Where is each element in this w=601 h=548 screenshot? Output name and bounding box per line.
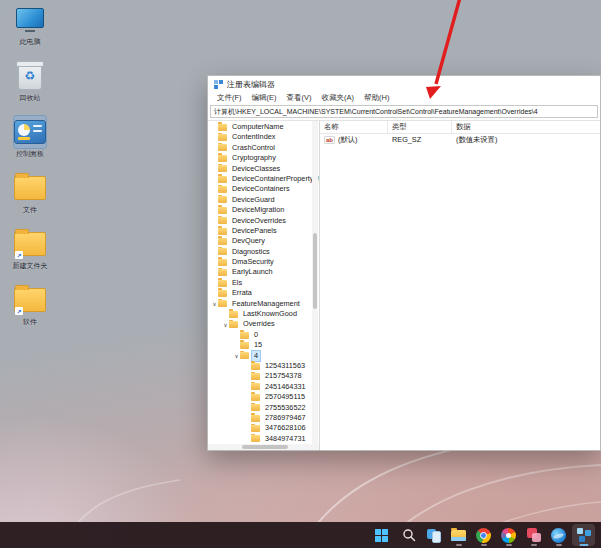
tree-item-DeviceMigration[interactable]: DeviceMigration [208, 205, 319, 215]
menu-favorites[interactable]: 收藏夹(A) [317, 92, 360, 104]
tree-item-Overrides[interactable]: ∨Overrides [208, 319, 319, 329]
chevron-down-icon[interactable]: ∨ [222, 320, 229, 330]
tree-item-DevicePanels[interactable]: DevicePanels [208, 226, 319, 236]
tree-item-DeviceContainerPropertyUpda[interactable]: DeviceContainerPropertyUpda [208, 174, 319, 184]
running-indicator [556, 544, 562, 546]
tree-item-label: 2786979467 [263, 413, 308, 423]
tree-item-ComputerName[interactable]: ComputerName [208, 122, 319, 132]
desktop-icon-this-pc[interactable]: 此电脑 [4, 4, 56, 46]
tree-item-Errata[interactable]: Errata [208, 288, 319, 298]
chevron-down-icon[interactable]: ∨ [211, 299, 218, 309]
tree-item-1254311563[interactable]: 1254311563 [208, 361, 319, 371]
tree-item-label: DeviceContainers [230, 184, 292, 194]
folder-icon [218, 248, 227, 255]
menu-view[interactable]: 查看(V) [282, 92, 317, 104]
desktop-icon-folder-2[interactable]: ↗ 新建文件夹 [4, 228, 56, 270]
desktop-icon-column: 此电脑 ♻ 回收站 控制面板 文件 ↗ 新建文件夹 ↗ 软件 [4, 4, 56, 340]
tree-item-4[interactable]: ∨4 [208, 351, 319, 361]
recycle-bin-icon: ♻ [14, 60, 46, 92]
tree-item-0[interactable]: 0 [208, 330, 319, 340]
tree-item-LastKnownGood[interactable]: LastKnownGood [208, 309, 319, 319]
column-header-name[interactable]: 名称 [320, 121, 388, 133]
browser-globe-button[interactable] [547, 524, 570, 546]
tree-item-label: ContentIndex [230, 132, 277, 142]
tree-item-DeviceOverrides[interactable]: DeviceOverrides [208, 216, 319, 226]
tree-item-FeatureManagement[interactable]: ∨FeatureManagement [208, 299, 319, 309]
tree-item-215754378[interactable]: 215754378 [208, 371, 319, 381]
tree-item-label: 0 [252, 330, 260, 340]
menu-file[interactable]: 文件(F) [212, 92, 247, 104]
tree-item-label: Errata [230, 288, 254, 298]
tree-horizontal-scrollbar[interactable] [208, 444, 319, 450]
desktop-icon-control-panel[interactable]: 控制面板 [4, 116, 56, 158]
tree-item-label: 15 [252, 340, 264, 350]
tree-item-label: CrashControl [230, 143, 277, 153]
value-list-header: 名称 类型 数据 [320, 121, 600, 134]
folder-icon [251, 394, 260, 401]
tree-item-DmaSecurity[interactable]: DmaSecurity [208, 257, 319, 267]
tree-item-ContentIndex[interactable]: ContentIndex [208, 132, 319, 142]
tree-item-3484974731[interactable]: 3484974731 [208, 434, 319, 444]
address-bar[interactable]: 计算机\HKEY_LOCAL_MACHINE\SYSTEM\CurrentCon… [210, 105, 598, 118]
column-header-data[interactable]: 数据 [452, 121, 600, 133]
tree-item-2755536522[interactable]: 2755536522 [208, 403, 319, 413]
tree-vertical-scrollbar[interactable] [312, 121, 318, 444]
tree-item-CrashControl[interactable]: CrashControl [208, 143, 319, 153]
window-titlebar[interactable]: 注册表编辑器 [208, 76, 600, 91]
registry-editor-window: 注册表编辑器 文件(F) 编辑(E) 查看(V) 收藏夹(A) 帮助(H) 计算… [207, 75, 601, 451]
tree-item-DeviceGuard[interactable]: DeviceGuard [208, 195, 319, 205]
tree-item-label: FeatureManagement [230, 299, 302, 309]
value-row-default[interactable]: ab (默认) REG_SZ (数值未设置) [320, 134, 600, 145]
chrome-button[interactable] [472, 524, 495, 546]
value-list-pane: 名称 类型 数据 ab (默认) REG_SZ (数值未设置) [320, 121, 600, 450]
tree-item-Els[interactable]: Els [208, 278, 319, 288]
registry-editor-icon [577, 528, 591, 542]
string-value-icon: ab [324, 136, 335, 144]
tree-item-label: 2570495115 [263, 392, 307, 402]
folder-icon [251, 415, 260, 422]
tree-item-Diagnostics[interactable]: Diagnostics [208, 247, 319, 257]
tree-item-DevQuery[interactable]: DevQuery [208, 236, 319, 246]
folder-icon [218, 155, 227, 162]
tree-item-2451464331[interactable]: 2451464331 [208, 382, 319, 392]
folder-icon [218, 196, 227, 203]
file-explorer-icon [451, 530, 466, 541]
folder-icon [229, 321, 238, 328]
shortcut-arrow-icon: ↗ [15, 307, 23, 315]
tree-item-2570495115[interactable]: 2570495115 [208, 392, 319, 402]
icon-label: 控制面板 [16, 150, 44, 158]
tree-item-label: 1254311563 [263, 361, 307, 371]
desktop-icon-folder-3[interactable]: ↗ 软件 [4, 284, 56, 326]
desktop-icon-recycle-bin[interactable]: ♻ 回收站 [4, 60, 56, 102]
regedit-app-icon [214, 80, 223, 89]
active-indicator [579, 544, 588, 546]
tree-item-Cryptography[interactable]: Cryptography [208, 153, 319, 163]
tree-item-EarlyLaunch[interactable]: EarlyLaunch [208, 267, 319, 277]
menu-edit[interactable]: 编辑(E) [247, 92, 282, 104]
photos-button[interactable] [497, 524, 520, 546]
start-button[interactable] [370, 524, 393, 546]
globe-icon [551, 528, 566, 543]
search-button[interactable] [397, 524, 420, 546]
running-indicator [456, 544, 462, 546]
tree-item-2786979467[interactable]: 2786979467 [208, 413, 319, 423]
tree-item-3476628106[interactable]: 3476628106 [208, 423, 319, 433]
task-view-button[interactable] [422, 524, 445, 546]
desktop-icon-folder-1[interactable]: 文件 [4, 172, 56, 214]
menu-help[interactable]: 帮助(H) [359, 92, 394, 104]
icon-label: 文件 [23, 206, 37, 214]
column-header-type[interactable]: 类型 [388, 121, 452, 133]
tree-item-15[interactable]: 15 [208, 340, 319, 350]
file-explorer-button[interactable] [447, 524, 470, 546]
folder-icon [218, 124, 227, 131]
registry-editor-taskbar-button[interactable] [572, 524, 595, 546]
media-app-button[interactable] [522, 524, 545, 546]
folder-icon [218, 269, 227, 276]
tree-item-DeviceClasses[interactable]: DeviceClasses [208, 164, 319, 174]
tree-item-DeviceContainers[interactable]: DeviceContainers [208, 184, 319, 194]
running-indicator [531, 544, 537, 546]
value-data: (数值未设置) [452, 135, 600, 145]
tree-item-label: DmaSecurity [230, 257, 276, 267]
chevron-down-icon[interactable]: ∨ [233, 351, 240, 361]
value-type: REG_SZ [388, 135, 452, 144]
